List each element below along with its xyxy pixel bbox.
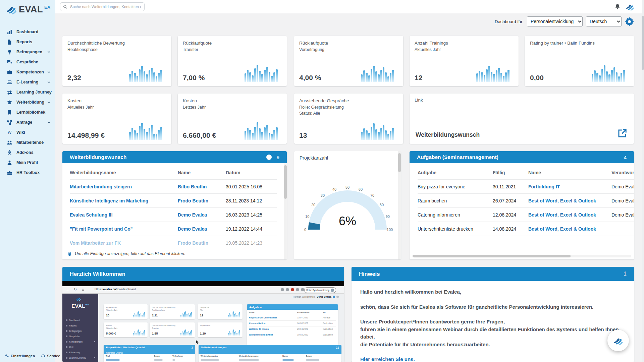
sidebar-item-elearning[interactable]: E-Learning — [0, 77, 55, 87]
person-link[interactable]: Frodo Beutlin — [178, 240, 208, 246]
sidebar-item-addons[interactable]: Add-ons — [0, 147, 55, 158]
sidebar-item-wiki[interactable]: WWiki — [0, 127, 55, 137]
service-link[interactable]: Service — [41, 354, 60, 358]
sidebar-item-learning-journey[interactable]: Learning Journey — [0, 87, 55, 97]
task-cell: Unterschriftenliste drucken — [418, 226, 473, 232]
weiterbildungswunsch-panel[interactable]: Weiterbildungswunsch 9 Weiterbildungsnam… — [62, 151, 287, 259]
sidebar-item-reports[interactable]: Reports — [0, 37, 55, 47]
sidebar-item-hr-toolbox[interactable]: HR Toolbox — [0, 168, 55, 178]
settings-gear-icon[interactable] — [625, 17, 634, 26]
embedded-dashboard-screenshot: EVALEA Dashboard Reports Befragungen Ges… — [62, 294, 344, 362]
video-letterbox — [62, 281, 344, 286]
person-link[interactable]: Bilbo Beutlin — [178, 184, 207, 189]
mouse-cursor-icon — [196, 340, 199, 345]
task-cell: Catering informieren — [418, 212, 460, 218]
training-link[interactable]: Mitarbeiterbindung steigern — [70, 184, 132, 189]
external-link-icon[interactable] — [617, 128, 627, 138]
sparkline-chart — [228, 311, 241, 317]
gauge-title: Projektanzahl — [300, 155, 328, 161]
people-icon — [7, 140, 12, 145]
link-card-text[interactable]: Weiterbildungswunsch — [416, 131, 480, 138]
embed-nav-item: Ziele — [66, 346, 74, 348]
link-card-weiterbildungswunsch[interactable]: Link Weiterbildungswunsch — [410, 94, 634, 144]
embed-kpi-card: Durchschnittliche BewertungTransfer 1,85 — [150, 322, 195, 337]
embed-self-registrations-panel: Selbstanmeldungen 22 Weiterbildungstyp W… — [199, 345, 341, 362]
embed-tasks-panel: Aufgaben Name Erstelldatum Art Request f… — [247, 304, 338, 345]
wiki-icon: W — [7, 130, 12, 135]
evalea-mark-icon — [75, 296, 81, 301]
dashboard-for-label: Dashboard für: — [495, 19, 524, 24]
panel-footer-note: Um alle Einträge anzuzeigen, bitte auf d… — [62, 248, 284, 259]
panel-header: Aufgaben (Seminarmanagement) 4 — [410, 151, 634, 163]
dashboard-audience-select[interactable]: Personalentwicklung — [527, 16, 583, 26]
person-link[interactable]: Demo Evalea — [178, 226, 207, 232]
sidebar-item-mein-profil[interactable]: Mein Profil — [0, 158, 55, 168]
panel-title: Herzlich Willkommen — [70, 271, 125, 277]
embed-nav-item: Dashboard — [66, 319, 80, 321]
sidebar: EVAL EA Dashboard Reports Befragungen Ge… — [0, 0, 55, 362]
sparkline-chart — [361, 63, 398, 82]
browser-reload-icon: ↻ — [74, 287, 77, 292]
sidebar-item-kompetenzen[interactable]: Kompetenzen — [0, 67, 55, 77]
training-link[interactable]: Evalea Schulung III — [70, 212, 113, 218]
panel-header: Hinweis 1 — [352, 267, 634, 281]
evalea-mark-icon[interactable] — [625, 3, 635, 11]
sidebar-item-dashboard[interactable]: Dashboard — [0, 27, 55, 37]
link-card-label: Link — [415, 98, 423, 103]
due-cell: 14.08.2024 — [493, 226, 516, 232]
training-link[interactable]: Fortbildung IT — [528, 184, 560, 189]
embed-kpi-card: Durchschnittliche BewertungReaktionsphas… — [150, 304, 195, 319]
sidebar-item-antraege[interactable]: Anträge — [0, 117, 55, 127]
language-select[interactable]: Deutsch — [586, 16, 622, 26]
task-cell: Buy pizza for everyone — [418, 184, 465, 189]
settings-link[interactable]: Einstellungen — [5, 354, 35, 358]
page-scrollbar-thumb[interactable] — [642, 16, 644, 70]
skeleton-row — [106, 359, 120, 361]
chat-widget-button[interactable] — [607, 330, 629, 351]
kpi-value: 0,00 — [530, 74, 544, 82]
column-header: Aufgabe — [418, 170, 436, 175]
panel-scrollbar-thumb[interactable] — [284, 165, 287, 199]
embed-nav-item: Learning Journey — [66, 357, 86, 359]
panel-count-badge: 9 — [277, 155, 279, 160]
date-cell: 19.05.2022 14:23 — [226, 240, 262, 246]
sparkline-chart — [133, 329, 146, 336]
training-link[interactable]: Künstliche Intelligenz im Marketing — [70, 198, 148, 203]
aufgaben-seminarmanagement-panel[interactable]: Aufgaben (Seminarmanagement) 4 Aufgabe F… — [410, 151, 634, 259]
horizontal-scrollbar-track[interactable] — [412, 255, 631, 257]
browser-url: https://evalea.de/tool/dashboard — [95, 288, 136, 291]
training-link[interactable]: "Fit mit Powerpoint und Co" — [70, 226, 132, 232]
horizontal-scrollbar-thumb[interactable] — [413, 255, 571, 257]
notifications-bell-icon[interactable] — [614, 3, 621, 10]
kpi-value: 12 — [415, 74, 422, 82]
sidebar-item-gespraeche[interactable]: Gespräche — [0, 57, 55, 67]
sidebar-item-mitarbeitende[interactable]: Mitarbeitende — [0, 137, 55, 147]
sidebar-item-weiterbildung[interactable]: Weiterbildung — [0, 97, 55, 107]
sidebar-item-befragungen[interactable]: Befragungen — [0, 47, 55, 57]
sidebar-item-lernbibliothek[interactable]: Lernbibliothek — [0, 107, 55, 117]
skeleton-row — [239, 359, 259, 361]
training-link[interactable]: Best of Word, Excel & Outlook — [528, 198, 596, 203]
training-link[interactable]: Best of Word, Excel & Outlook — [528, 212, 596, 218]
person-link[interactable]: Frodo Beutlin — [178, 198, 208, 203]
svg-text:W: W — [7, 130, 12, 135]
training-link[interactable]: Best of Word, Excel & Outlook — [528, 226, 596, 232]
gears-icon — [5, 354, 9, 358]
training-link[interactable]: Vom Mitarbeiter zur FK — [70, 240, 121, 246]
task-cell: Raum buchen — [418, 198, 447, 203]
date-cell: 30.01.2025 16:08 — [226, 184, 262, 189]
dashboard-controls: Dashboard für: Personalentwicklung Deuts… — [55, 13, 639, 29]
sparkline-chart — [129, 63, 167, 82]
person-link[interactable]: Demo Evalea — [178, 212, 207, 218]
embed-project-list-panel: Projektliste - Nächstes QuartalNächstes … — [104, 345, 195, 362]
panel-header: Weiterbildungswunsch 9 — [62, 151, 287, 163]
search-input[interactable] — [69, 4, 142, 9]
sparkline-chart — [129, 120, 167, 140]
gauge-chart: 0102030405060708090100 6% — [301, 179, 394, 236]
panel-scrollbar-thumb[interactable] — [398, 153, 401, 172]
browser-menu-icon: … — [338, 288, 341, 291]
info-icon[interactable] — [266, 154, 272, 160]
search-box[interactable] — [60, 2, 145, 11]
contact-link[interactable]: Hier erreichen Sie uns. — [360, 356, 624, 362]
evalea-logo[interactable]: EVAL EA — [5, 4, 50, 14]
